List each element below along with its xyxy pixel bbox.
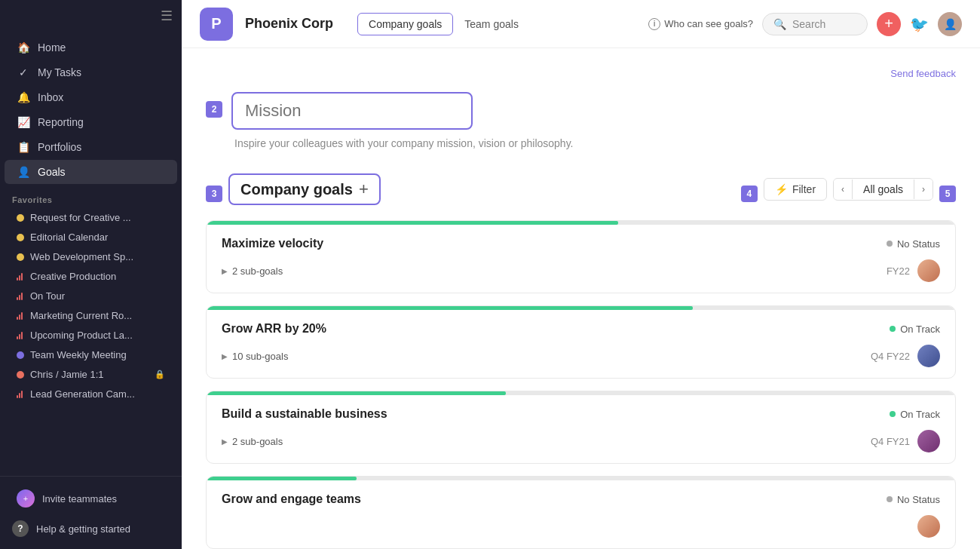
sidebar-item-marketing[interactable]: Marketing Current Ro... [5, 306, 177, 325]
tab-team-goals[interactable]: Team goals [453, 13, 530, 35]
sidebar-item-upcoming-product[interactable]: Upcoming Product La... [5, 326, 177, 345]
goals-title-box: Company goals + [228, 173, 381, 205]
sidebar-item-inbox[interactable]: 🔔Inbox [5, 85, 177, 109]
filter-button[interactable]: ⚡ Filter [764, 178, 827, 201]
goal-status: On Track [890, 409, 940, 420]
sidebar-item-web-dev[interactable]: Web Development Sp... [5, 247, 177, 266]
goal-card-sustainable-business: Build a sustainable business On Track ▶ … [206, 391, 956, 464]
goal-status: No Status [887, 494, 940, 505]
chevron-right-icon: ▶ [222, 352, 228, 360]
sidebar-item-on-tour[interactable]: On Tour [5, 287, 177, 305]
sidebar-item-chris-jamie[interactable]: Chris / Jamie 1:1🔒 [5, 365, 177, 384]
content-area: Send feedback 2 Inspire your colleagues … [182, 48, 980, 549]
mission-description: Inspire your colleagues with your compan… [234, 137, 956, 149]
sidebar-item-label: Inbox [38, 91, 63, 103]
status-dot [887, 496, 893, 502]
goal-card-grow-engage-teams: Grow and engage teams No Status [206, 476, 956, 549]
fav-dot-icon [17, 371, 24, 379]
search-box[interactable]: 🔍 Search [762, 13, 868, 35]
search-icon: 🔍 [773, 18, 786, 30]
invite-avatar-icon: + [17, 489, 35, 508]
goal-row-bottom: ▶ 2 sub-goals Q4 FY21 [222, 430, 940, 452]
goal-cards: Maximize velocity No Status ▶ 2 sub-goal… [206, 220, 956, 549]
fav-bar-icon [17, 391, 24, 398]
help-icon: ? [12, 520, 29, 537]
goal-card-body: Build a sustainable business On Track ▶ … [207, 395, 955, 463]
company-initial: P [211, 15, 221, 32]
goals-icon: 👤 [17, 165, 30, 179]
goals-title: Company goals [240, 181, 353, 198]
invite-teammates-button[interactable]: + Invite teammates [5, 483, 177, 514]
topbar: P Phoenix Corp Company goals Team goals … [182, 0, 980, 48]
goal-card-body: Maximize velocity No Status ▶ 2 sub-goal… [207, 225, 955, 293]
goal-avatar [917, 345, 940, 367]
goals-nav-next[interactable]: › [914, 179, 933, 199]
sidebar-item-lead-gen[interactable]: Lead Generation Cam... [5, 385, 177, 403]
sidebar-item-label: My Tasks [38, 66, 81, 78]
sub-goals-count: 2 sub-goals [232, 265, 283, 277]
sub-goals-toggle[interactable]: ▶ 2 sub-goals [222, 265, 283, 277]
mission-section: 2 Inspire your colleagues with your comp… [206, 92, 956, 149]
mission-content: Inspire your colleagues with your compan… [231, 92, 956, 149]
sub-goals-toggle[interactable]: ▶ 2 sub-goals [222, 436, 283, 447]
notification-icon[interactable]: 🐦 [910, 15, 929, 33]
fav-item-label: Team Weekly Meeting [30, 349, 165, 360]
help-button[interactable]: ? Help & getting started [0, 514, 182, 543]
sidebar-item-goals[interactable]: 👤Goals [5, 160, 177, 184]
user-avatar[interactable]: 👤 [938, 12, 962, 36]
favorites-label: Favorites [0, 188, 182, 207]
inbox-icon: 🔔 [17, 90, 30, 104]
goals-add-button[interactable]: + [359, 179, 369, 199]
goals-nav-prev[interactable]: ‹ [834, 179, 853, 199]
goal-meta: FY22 [887, 259, 940, 282]
fav-item-label: Marketing Current Ro... [30, 310, 165, 321]
goal-name: Maximize velocity [222, 237, 323, 250]
topbar-right: i Who can see goals? 🔍 Search + 🐦 👤 [648, 12, 962, 36]
main-content: P Phoenix Corp Company goals Team goals … [182, 0, 980, 549]
mission-input[interactable] [231, 92, 473, 130]
fav-item-label: Creative Production [30, 271, 165, 282]
goals-header-left: 3 Company goals + [206, 173, 381, 205]
who-can-see-button[interactable]: i Who can see goals? [648, 18, 753, 30]
sub-goals-count: 10 sub-goals [232, 351, 288, 362]
sidebar-item-creative-prod[interactable]: Creative Production [5, 267, 177, 286]
sub-goals-toggle[interactable]: ▶ 10 sub-goals [222, 351, 288, 362]
lock-icon: 🔒 [155, 370, 165, 379]
fav-bar-icon [17, 273, 24, 281]
portfolios-icon: 📋 [17, 140, 30, 154]
status-dot [890, 326, 896, 332]
fav-item-label: Request for Creative ... [30, 212, 165, 223]
nav-step-badge: 5 [939, 186, 956, 202]
send-feedback-link[interactable]: Send feedback [890, 68, 956, 79]
goals-nav: ‹ All goals › [833, 178, 933, 201]
sidebar-item-my-tasks[interactable]: ✓My Tasks [5, 60, 177, 84]
sidebar-item-home[interactable]: 🏠Home [5, 35, 177, 60]
goal-avatar [917, 515, 940, 538]
goals-header: 3 Company goals + 4 ⚡ Filter ‹ All goals [206, 173, 956, 205]
add-button[interactable]: + [877, 12, 901, 36]
help-label: Help & getting started [36, 523, 130, 535]
mission-step-badge: 2 [206, 101, 222, 118]
company-logo: P [200, 8, 233, 41]
sub-goals-count: 2 sub-goals [232, 436, 283, 447]
goal-name: Grow and engage teams [222, 492, 361, 506]
search-placeholder: Search [792, 18, 825, 30]
add-icon: + [884, 15, 893, 32]
sidebar-item-team-weekly[interactable]: Team Weekly Meeting [5, 345, 177, 364]
filter-icon: ⚡ [775, 183, 788, 195]
sidebar-item-req-creative[interactable]: Request for Creative ... [5, 208, 177, 227]
goal-row-top: Build a sustainable business On Track [222, 407, 940, 421]
sidebar-item-portfolios[interactable]: 📋Portfolios [5, 135, 177, 159]
goal-card-grow-arr: Grow ARR by 20% On Track ▶ 10 sub-goals … [206, 305, 956, 379]
goal-row-top: Grow ARR by 20% On Track [222, 322, 940, 336]
tab-company-goals[interactable]: Company goals [357, 13, 453, 35]
sidebar-toggle[interactable]: ☰ [161, 8, 173, 24]
sidebar-item-editorial[interactable]: Editorial Calendar [5, 228, 177, 247]
fav-item-label: On Tour [30, 290, 165, 302]
goal-status: On Track [890, 324, 940, 335]
home-icon: 🏠 [17, 41, 30, 54]
fav-bar-icon [17, 332, 24, 339]
fav-dot-icon [17, 214, 24, 222]
filter-step-badge: 4 [741, 186, 758, 202]
sidebar-item-reporting[interactable]: 📈Reporting [5, 110, 177, 134]
